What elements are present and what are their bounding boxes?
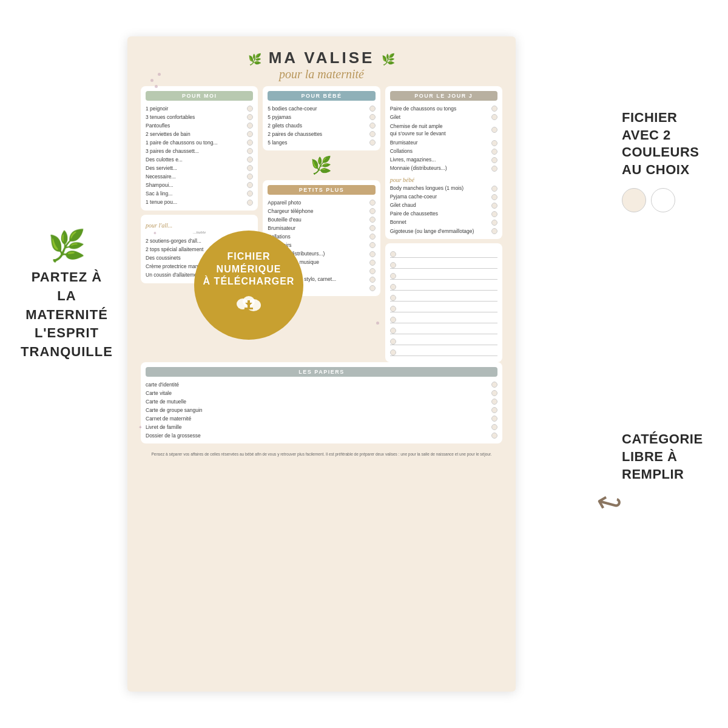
- item-chaussettes: 3 paires de chaussett...: [146, 147, 253, 155]
- item-gilets-chauds: 2 gilets chauds: [268, 121, 375, 130]
- item-sac-linge: Sac à ling...: [146, 189, 253, 198]
- item-collations2: Collations: [268, 232, 375, 241]
- sub-title: pour la maternité: [279, 67, 364, 81]
- swatch-white: [651, 188, 675, 212]
- item-necessaire: Necessaire...: [146, 172, 253, 181]
- dot-3: [155, 85, 158, 88]
- footer-note: Pensez à séparer vos affaires de celles …: [141, 451, 502, 457]
- svg-rect-5: [244, 308, 253, 309]
- item-brumi-j: Brumisateur: [390, 139, 497, 147]
- header-jour-j: POUR LE JOUR J: [390, 91, 497, 101]
- item-culottes: Des culottes e...: [146, 155, 253, 164]
- item-peignoir: 1 peignoir: [146, 104, 253, 113]
- left-sidebar-text: PARTEZ ÀLA MATERNITÉL'ESPRITTRANQUILLE: [18, 268, 115, 362]
- free-line-2: [390, 259, 497, 269]
- item-chargeur: Chargeur téléphone: [268, 207, 375, 215]
- bottom-cols: LES PAPIERS carte d'identité Carte vital…: [141, 362, 502, 448]
- doc-card: 🌿 MA VALISE 🌿 pour la maternité POUR MOI…: [127, 36, 516, 692]
- categorie-title: CATÉGORIELIBRE ÀREMPLIR: [622, 431, 716, 483]
- item-dossier: Dossier de la grossesse: [146, 431, 497, 440]
- page-wrapper: 🌿 PARTEZ ÀLA MATERNITÉL'ESPRITTRANQUILLE…: [0, 0, 728, 728]
- svg-rect-4: [248, 300, 250, 308]
- star-1: ✦: [153, 231, 157, 236]
- item-pantoufles: Pantoufles: [146, 121, 253, 130]
- item-carte-vitale: Carte vitale: [146, 389, 497, 397]
- item-chaussettes-bb: Paire de chaussettes: [390, 210, 497, 218]
- item-carte-id: carte d'identité: [146, 380, 497, 389]
- free-line-8: [390, 325, 497, 334]
- swatch-beige: [622, 188, 646, 212]
- header-pour-moi: POUR MOI: [146, 91, 253, 101]
- label-pour-bebe-j: pour bébé: [390, 177, 497, 183]
- gold-overlay[interactable]: FICHIERNUMÉRIQUEÀ TÉLÉCHARGER: [194, 231, 303, 340]
- item-serviettes2: Des serviett...: [146, 164, 253, 172]
- item-gilet-j: Gilet: [390, 113, 497, 121]
- free-line-7: [390, 314, 497, 323]
- doc-title: 🌿 MA VALISE 🌿 pour la maternité: [141, 49, 502, 81]
- item-collations-j: Collations: [390, 147, 497, 156]
- dot-4: [376, 322, 379, 325]
- header-les-papiers: LES PAPIERS: [146, 367, 497, 377]
- item-shampoing: Shampoui...: [146, 181, 253, 189]
- item-chaussons-j: Paire de chaussons ou tongs: [390, 104, 497, 113]
- item-langes: 5 langes: [268, 138, 375, 147]
- free-line-5: [390, 292, 497, 302]
- free-line-4: [390, 281, 497, 291]
- item-livres: Livres, magazines...: [390, 156, 497, 164]
- fichier-title: FICHIERAVEC 2COULEURSAU CHOIX: [622, 109, 716, 178]
- col-jour-j: POUR LE JOUR J Paire de chaussons ou ton…: [385, 86, 502, 362]
- item-mutuelle: Carte de mutuelle: [146, 397, 497, 406]
- free-lines-box: [385, 243, 502, 362]
- item-tenue: 1 tenue pou...: [146, 198, 253, 207]
- item-serviettes: 2 serviettes de bain: [146, 130, 253, 138]
- item-chaussettes-b: 2 paires de chaussettes: [268, 130, 375, 138]
- free-line-6: [390, 303, 497, 312]
- item-carnet-mat: Carnet de maternité: [146, 414, 497, 423]
- free-line-9: [390, 335, 497, 345]
- free-line-1: [390, 248, 497, 258]
- item-livret-fam: Livret de famille: [146, 423, 497, 431]
- star-2: ✦: [138, 425, 143, 430]
- color-swatches: [622, 188, 716, 212]
- arrow-decoration: ↪: [592, 483, 626, 524]
- three-cols: POUR MOI 1 peignoir 3 tenues confortable…: [141, 86, 502, 362]
- dot-2: [158, 73, 161, 76]
- free-line-3: [390, 270, 497, 280]
- bottom-left: LES PAPIERS carte d'identité Carte vital…: [141, 362, 502, 448]
- section-les-papiers: LES PAPIERS carte d'identité Carte vital…: [141, 362, 502, 443]
- item-pyjama-cc: Pyjama cache-coeur: [390, 193, 497, 201]
- item-gigoteuse: Gigoteuse (ou lange d'emmaillotage): [390, 227, 497, 235]
- main-title: MA VALISE: [269, 49, 375, 67]
- item-tenues: 3 tenues confortables: [146, 113, 253, 121]
- header-pour-bebe: POUR BÉBÉ: [268, 91, 375, 101]
- free-line-10: [390, 346, 497, 356]
- dot-1: [150, 79, 153, 82]
- item-photo: Appareil photo: [268, 198, 375, 207]
- item-pyjamas: 5 pyjamas: [268, 113, 375, 121]
- overlay-text: FICHIERNUMÉRIQUEÀ TÉLÉCHARGER: [203, 251, 295, 288]
- item-bonnet: Bonnet: [390, 218, 497, 227]
- leaf-right: 🌿: [382, 53, 395, 66]
- item-body-manches: Body manches longues (1 mois): [390, 184, 497, 193]
- download-icon: [235, 293, 262, 320]
- label-allaitement: pour l'all...: [146, 222, 253, 229]
- leaf-center: 🌿: [263, 155, 380, 175]
- section-pour-bebe: POUR BÉBÉ 5 bodies cache-coeur 5 pyjamas…: [263, 86, 380, 150]
- section-jour-j: POUR LE JOUR J Paire de chaussons ou ton…: [385, 86, 502, 239]
- right-sidebar: FICHIERAVEC 2COULEURSAU CHOIX CATÉGORIEL…: [622, 109, 716, 483]
- item-brumi2: Brumisateur: [268, 224, 375, 232]
- leaf-decoration-left: 🌿: [18, 231, 115, 261]
- item-chaussons: 1 paire de chaussons ou tong...: [146, 138, 253, 147]
- item-gilet-chaud-b: Gilet chaud: [390, 201, 497, 210]
- leaf-left: 🌿: [248, 53, 261, 66]
- item-groupe-sanguin: Carte de groupe sanguin: [146, 406, 497, 414]
- section-pour-moi: POUR MOI 1 peignoir 3 tenues confortable…: [141, 86, 258, 211]
- header-petits-plus: PETITS PLUS: [268, 185, 375, 195]
- item-bouteille: Bouteille d'eau: [268, 215, 375, 224]
- item-bodies: 5 bodies cache-coeur: [268, 104, 375, 113]
- left-sidebar: 🌿 PARTEZ ÀLA MATERNITÉL'ESPRITTRANQUILLE: [18, 231, 115, 362]
- item-monnaie-j: Monnaie (distributeurs...): [390, 164, 497, 173]
- item-chemise: Chemise de nuit amplequi s'ouvre sur le …: [390, 121, 497, 139]
